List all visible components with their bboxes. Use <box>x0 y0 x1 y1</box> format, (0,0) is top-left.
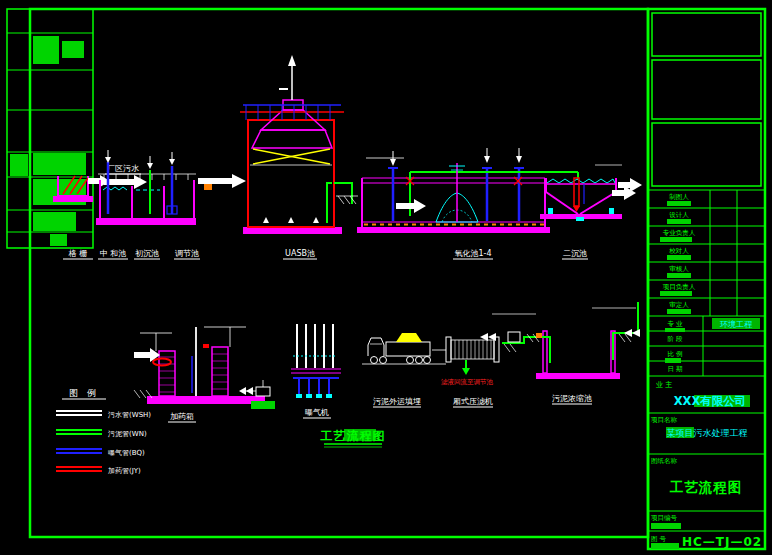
title-block: 制图人 设计人 专业负责人 校对人 审核人 项目负责人 审定人 专 业 环 <box>648 13 765 549</box>
flow-arrow <box>104 175 147 189</box>
aeration-downcomers <box>388 148 524 221</box>
influent-callout: 厂区污水 <box>104 164 147 189</box>
unit-sludge-thickener <box>480 302 640 379</box>
legend-label: 曝气管(BQ) <box>108 449 145 457</box>
sign-row-label: 设计人 <box>669 211 689 219</box>
legend-title: 图 例 <box>69 388 99 398</box>
unit-filter-press: 滤液回流至调节池 <box>441 337 499 386</box>
sign-row-label: 校对人 <box>668 247 689 255</box>
process-row1: 厂区污水 <box>53 55 642 259</box>
drawing-number-label: 图 号 <box>651 535 667 543</box>
redacted-value <box>651 523 681 529</box>
ground-hatch <box>336 196 358 204</box>
label-secondary-clarifier: 二沉池 <box>563 249 587 258</box>
air-pipes <box>297 324 333 368</box>
drawing-name-section: 图纸名称 工艺流程图 <box>648 457 765 511</box>
legend-label: 加药管(JY) <box>108 467 141 475</box>
redacted-label <box>251 401 275 409</box>
project-name-value: 某项目污水处理工程 <box>667 428 748 438</box>
label-filter-press: 厢式压滤机 <box>453 397 493 406</box>
unit-secondary-clarifier <box>540 165 642 221</box>
info-row-label: 日 期 <box>667 365 682 373</box>
row1-labels: 格 栅 中 和池 初沉池 调节池 UASB池 氧化池1-4 二沉池 <box>63 249 588 259</box>
seal-strip-table <box>7 9 93 248</box>
manifold-drops <box>299 378 329 395</box>
unit-oxidation-tank <box>357 148 578 233</box>
label-sludge-haul: 污泥外运填埋 <box>373 397 421 406</box>
sludge-pump <box>508 332 520 342</box>
sign-row-label: 审定人 <box>669 301 689 309</box>
label-thickener: 污泥浓缩池 <box>552 394 592 403</box>
info-row-label: 阶 段 <box>667 335 683 343</box>
main-title-text: 工艺流程图 <box>320 429 386 443</box>
redacted-value <box>651 543 679 549</box>
project-name-section: 项目名称 某项目污水处理工程 <box>648 416 765 454</box>
info-table: 专 业 环境工程 阶 段 比 例 日 期 <box>648 316 765 376</box>
redacted-seal-blobs <box>10 36 86 246</box>
uasb-feed <box>198 174 246 190</box>
label-dosing-towers: 加药箱 <box>170 412 194 421</box>
label-primary-clarifier: 初沉池 <box>135 249 159 258</box>
project-number-section: 项目编号 <box>648 514 765 531</box>
cad-sheet: 厂区污水 <box>0 0 772 555</box>
drawing-name-value: 工艺流程图 <box>670 479 743 495</box>
label-bar-screen: 格 栅 <box>68 249 88 258</box>
legend-item-sewage: 污水管(WSH) <box>56 411 151 419</box>
project-name-label: 项目名称 <box>651 416 678 424</box>
project-number-label: 项目编号 <box>651 514 678 522</box>
label-uasb: UASB池 <box>285 249 315 258</box>
biogas-vent <box>279 55 296 100</box>
label-equalization-tank: 调节池 <box>175 249 199 258</box>
legend-label: 污水管(WSH) <box>108 411 151 419</box>
drawing-number-value: HC—TJ—02 <box>682 535 762 549</box>
pipe-elbow <box>536 333 542 338</box>
unit-sludge-truck <box>362 333 446 364</box>
label-blower: 曝气机 <box>305 408 329 417</box>
influent-label: 厂区污水 <box>107 164 139 173</box>
drawing-number-section: 图 号 HC—TJ—02 <box>651 535 762 549</box>
label-oxidation-tank: 氧化池1-4 <box>454 249 491 258</box>
pump-block <box>204 184 212 190</box>
sign-row-label: 专业负责人 <box>663 229 696 237</box>
label-neutralization-tank: 中 和池 <box>100 249 127 258</box>
sludge-load <box>396 333 422 342</box>
owner-label: 业 主 <box>656 380 672 389</box>
legend-item-dosing: 加药管(JY) <box>56 467 141 475</box>
signature-table: 制图人 设计人 专业负责人 校对人 审核人 项目负责人 审定人 <box>648 190 765 316</box>
legend-label: 污泥管(WN) <box>108 430 147 438</box>
info-row-label: 专 业 <box>667 320 683 328</box>
process-row2: 滤液回流至调节池 加药箱 曝气机 <box>134 302 640 422</box>
sign-row-label: 项目负责人 <box>663 283 696 291</box>
unit-blower-skid <box>291 324 341 398</box>
unit-small-pump <box>239 380 275 409</box>
sign-row-label: 审核人 <box>669 265 689 273</box>
drawing-main-title: 工艺流程图 <box>320 429 386 447</box>
legend: 图 例 污水管(WSH) 污泥管(WN) 曝气管(BQ) 加药管(JY) <box>56 388 151 475</box>
cad-drawing-canvas: 厂区污水 <box>0 0 772 555</box>
owner-section: 业 主 XXX有限公司 <box>648 380 765 413</box>
unit-uasb <box>240 55 358 234</box>
filtrate-return-note: 滤液回流至调节池 <box>441 378 494 386</box>
legend-item-sludge: 污泥管(WN) <box>56 430 147 438</box>
sign-row-label: 制图人 <box>669 193 689 201</box>
legend-item-aeration: 曝气管(BQ) <box>56 449 145 457</box>
info-row-label: 比 例 <box>667 350 682 358</box>
owner-value: XXX有限公司 <box>674 394 747 408</box>
press-plates <box>455 340 491 359</box>
drawing-name-label: 图纸名称 <box>651 457 678 465</box>
discipline-value: 环境工程 <box>719 320 753 329</box>
unit-tank-block <box>96 150 196 225</box>
